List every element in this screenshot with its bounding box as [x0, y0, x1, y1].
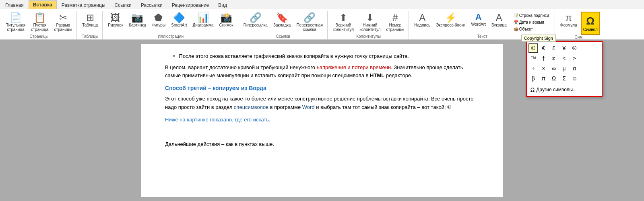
- page-break-icon: ✂: [59, 13, 67, 23]
- bookmark-icon: 🔖: [276, 13, 288, 23]
- symbol-cell-pound[interactable]: £: [549, 43, 559, 53]
- symbol-cell-empty7: [580, 74, 590, 83]
- date-time-label: Дата и время: [519, 20, 544, 25]
- quick-parts-button[interactable]: ⚡ Экспресс-блоки: [434, 12, 467, 29]
- page-number-icon: #: [392, 13, 398, 23]
- symbol-cell-sigma[interactable]: Σ: [559, 74, 569, 83]
- tables-group: ⊞ Таблица Таблицы: [78, 11, 103, 39]
- tab-page-layout[interactable]: Разметка страницы: [57, 1, 110, 9]
- symbol-cell-trademark[interactable]: ™: [528, 53, 538, 63]
- clip-art-label: Картинка: [129, 23, 146, 27]
- header-icon: ⬆: [339, 13, 347, 23]
- textbox-icon: A: [419, 13, 425, 23]
- picture-button[interactable]: 🖼 Рисунок: [106, 12, 125, 29]
- symbol-cell-neq[interactable]: ≠: [549, 53, 559, 63]
- hyperlink-button[interactable]: 🔗 Гиперссылка: [242, 12, 270, 29]
- smartart-label: SmartArt: [171, 23, 187, 27]
- footer-label: Нижнийколонтитул: [359, 23, 380, 32]
- page-number-button[interactable]: # Номерстраницы: [384, 12, 407, 33]
- tab-review[interactable]: Рецензирование: [167, 1, 214, 9]
- symbol-cell-times[interactable]: ×: [539, 64, 548, 73]
- document-page: • После этого снова вставляете графическ…: [141, 44, 503, 197]
- footer-icon: ⬇: [366, 13, 374, 23]
- formula-label: Формула: [560, 23, 577, 27]
- symbol-cell-lt[interactable]: <: [559, 53, 569, 63]
- smartart-button[interactable]: 🔷 SmartArt: [169, 12, 189, 29]
- chart-button[interactable]: 📊 Диаграмма: [191, 12, 216, 29]
- symbol-cell-dagger[interactable]: †: [539, 53, 548, 63]
- symbol-cell-beta[interactable]: β: [528, 74, 538, 83]
- tab-view[interactable]: Вид: [214, 1, 231, 9]
- symbol-cell-divide[interactable]: ÷: [528, 64, 538, 73]
- symbol-cell-yen[interactable]: ¥: [559, 43, 569, 53]
- text-group-label: Текст: [412, 34, 552, 39]
- symbol-icon: Ω: [586, 15, 594, 27]
- signature-line-button[interactable]: 📝 Строка подписи: [512, 12, 551, 18]
- symbol-button[interactable]: Ω Символ: [581, 12, 600, 35]
- bookmark-button[interactable]: 🔖 Закладка: [271, 12, 293, 29]
- pages-group-content: 📄 Титульнаястраница 📋 Пустаястраница ✂ Р…: [4, 11, 74, 34]
- tab-references[interactable]: Ссылки: [110, 1, 136, 9]
- links-group: 🔗 Гиперссылка 🔖 Закладка 🔗 Перекрестнаяс…: [239, 11, 328, 39]
- page-break-button[interactable]: ✂ Разрывстраницы: [52, 12, 74, 33]
- textbox-button[interactable]: A Надпись: [412, 12, 432, 29]
- symbol-cell-alpha[interactable]: α: [570, 64, 579, 73]
- bullet-text: После этого снова вставляете графический…: [179, 52, 409, 60]
- more-symbols-button[interactable]: Ω Другие символы...: [528, 85, 600, 94]
- date-time-icon: 📅: [514, 20, 518, 25]
- object-label: Объект: [519, 27, 533, 31]
- shapes-label: Фигуры: [152, 23, 165, 27]
- link-specials: спецсимволов: [234, 104, 268, 110]
- screenshot-button[interactable]: 📸 Снимок: [217, 12, 235, 29]
- object-button[interactable]: 📦 Объект: [512, 26, 551, 32]
- quick-parts-icon: ⚡: [445, 13, 457, 23]
- clip-art-button[interactable]: 📷 Картинка: [127, 12, 148, 29]
- picture-icon: 🖼: [111, 13, 120, 23]
- tab-mailings[interactable]: Рассылки: [136, 1, 167, 9]
- tab-home[interactable]: Главная: [1, 1, 28, 9]
- footer-button[interactable]: ⬇ Нижнийколонтитул: [357, 12, 382, 33]
- dropcap-button[interactable]: A Буквица: [489, 12, 509, 29]
- symbol-cell-omega[interactable]: Ω: [549, 74, 559, 83]
- symbol-cell-pi[interactable]: π: [539, 74, 548, 83]
- table-button[interactable]: ⊞ Таблица: [80, 12, 100, 29]
- dropcap-label: Буквица: [491, 23, 507, 27]
- quick-parts-label: Экспресс-блоки: [436, 23, 465, 27]
- blank-page-button[interactable]: 📋 Пустаястраница: [29, 12, 50, 33]
- symbols-group-label: Сим.: [558, 35, 600, 40]
- wordart-label: WordArt: [471, 22, 486, 27]
- cross-ref-icon: 🔗: [303, 13, 316, 23]
- picture-label: Рисунок: [108, 23, 123, 27]
- more-symbols-omega-icon: Ω: [530, 86, 535, 93]
- cross-ref-button[interactable]: 🔗 Перекрестнаяссылка: [294, 12, 324, 33]
- title-page-button[interactable]: 📄 Титульнаястраница: [4, 12, 27, 33]
- text-group-content: A Надпись ⚡ Экспресс-блоки A WordArt A Б…: [412, 11, 552, 34]
- chart-label: Диаграмма: [193, 23, 214, 27]
- tab-insert[interactable]: Вставка: [29, 0, 57, 9]
- title-page-icon: 📄: [10, 13, 22, 23]
- formula-button[interactable]: π Формула: [558, 12, 579, 29]
- link-paragraph[interactable]: Ниже на картинке показано, где его искат…: [165, 116, 479, 124]
- symbol-cell-empty4: [590, 53, 600, 63]
- symbol-dropdown: © Copyright Sign € £ ¥ ® ™ † ≠ < ≥: [526, 41, 603, 97]
- symbol-cell-empty8: [590, 74, 600, 83]
- page-number-label: Номерстраницы: [386, 23, 405, 32]
- signature-line-label: Строка подписи: [519, 13, 549, 18]
- symbol-cell-gte[interactable]: ≥: [570, 53, 579, 63]
- header-button[interactable]: ⬆ Верхнийколонтитул: [331, 12, 356, 33]
- symbol-cell-registered[interactable]: ®: [570, 43, 579, 53]
- symbol-cell-smiley[interactable]: ☺: [570, 74, 579, 83]
- symbol-cell-mu[interactable]: µ: [559, 64, 569, 73]
- smartart-icon: 🔷: [173, 13, 185, 23]
- wordart-button[interactable]: A WordArt: [469, 12, 488, 28]
- symbol-cell-empty1: [580, 43, 590, 53]
- title-page-label: Титульнаястраница: [6, 23, 25, 32]
- date-time-button[interactable]: 📅 Дата и время: [512, 19, 551, 25]
- symbol-cell-copyright[interactable]: © Copyright Sign: [528, 43, 538, 53]
- symbol-cell-infinity[interactable]: ∞: [549, 64, 559, 73]
- shapes-button[interactable]: ⬟ Фигуры: [150, 12, 167, 29]
- table-label: Таблица: [82, 23, 98, 27]
- symbol-cell-euro[interactable]: €: [539, 43, 548, 53]
- header-label: Верхнийколонтитул: [333, 23, 354, 32]
- symbol-grid: © Copyright Sign € £ ¥ ® ™ † ≠ < ≥: [528, 43, 600, 83]
